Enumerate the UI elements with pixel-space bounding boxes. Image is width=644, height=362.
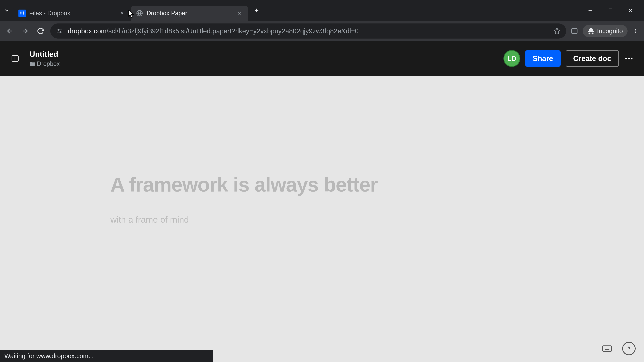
share-button[interactable]: Share bbox=[525, 50, 560, 67]
window-controls bbox=[585, 5, 641, 15]
question-icon bbox=[626, 345, 632, 352]
browser-tab[interactable]: Files - Dropbox bbox=[14, 6, 131, 21]
tabs-dropdown-button[interactable] bbox=[2, 5, 12, 15]
close-icon bbox=[120, 11, 124, 15]
keyboard-icon bbox=[602, 343, 612, 354]
dropbox-favicon bbox=[18, 9, 26, 17]
tab-close-button[interactable] bbox=[118, 9, 126, 17]
sidebar-toggle-button[interactable] bbox=[10, 53, 20, 63]
browser-toolbar: dropbox.com/scl/fi/n3zfj9fyi392l1d8x5ist… bbox=[0, 21, 644, 41]
status-text: Waiting for www.dropbox.com... bbox=[4, 353, 94, 360]
window-maximize-button[interactable] bbox=[606, 5, 616, 15]
create-doc-button[interactable]: Create doc bbox=[566, 50, 619, 67]
url-path: /scl/fi/n3zfj9fyi392l1d8x5ist/Untitled.p… bbox=[106, 27, 358, 35]
dots-horizontal-icon bbox=[624, 54, 634, 63]
back-button[interactable] bbox=[4, 25, 16, 37]
arrow-right-icon bbox=[22, 27, 29, 35]
svg-point-22 bbox=[635, 30, 636, 31]
svg-point-27 bbox=[628, 58, 630, 59]
chrome-menu-button[interactable] bbox=[632, 27, 640, 35]
panel-icon bbox=[571, 27, 578, 35]
url-host: dropbox.com bbox=[68, 27, 106, 35]
maximize-icon bbox=[608, 8, 613, 13]
side-panel-button[interactable] bbox=[570, 27, 578, 35]
svg-point-26 bbox=[626, 58, 627, 59]
minimize-icon bbox=[588, 8, 593, 13]
plus-icon bbox=[254, 7, 260, 13]
forward-button[interactable] bbox=[20, 25, 31, 37]
site-info-button[interactable] bbox=[55, 27, 64, 35]
tune-icon bbox=[56, 28, 63, 34]
reload-icon bbox=[37, 27, 44, 35]
browser-tab-strip: Files - Dropbox Dropbox Paper bbox=[0, 0, 644, 21]
globe-favicon bbox=[136, 9, 143, 17]
user-avatar[interactable]: LD bbox=[504, 50, 520, 67]
status-bar: Waiting for www.dropbox.com... bbox=[0, 350, 213, 362]
help-button[interactable] bbox=[622, 342, 636, 355]
document-body-placeholder[interactable]: with a frame of mind bbox=[110, 215, 446, 225]
svg-point-21 bbox=[635, 29, 636, 30]
breadcrumb[interactable]: Dropbox bbox=[30, 60, 60, 67]
svg-point-28 bbox=[631, 58, 632, 59]
document-meta: Untitled Dropbox bbox=[30, 50, 60, 67]
incognito-icon bbox=[587, 27, 595, 35]
arrow-left-icon bbox=[6, 27, 14, 35]
close-icon bbox=[237, 11, 242, 15]
tab-title: Files - Dropbox bbox=[29, 10, 115, 17]
svg-point-16 bbox=[58, 29, 59, 30]
svg-rect-24 bbox=[12, 56, 18, 61]
svg-rect-29 bbox=[602, 346, 612, 351]
create-doc-label: Create doc bbox=[573, 54, 611, 62]
tab-close-button[interactable] bbox=[236, 9, 243, 17]
star-icon bbox=[553, 27, 561, 35]
keyboard-shortcuts-button[interactable] bbox=[600, 342, 614, 355]
folder-icon bbox=[30, 61, 35, 67]
svg-point-23 bbox=[635, 32, 636, 33]
window-close-button[interactable] bbox=[626, 5, 636, 15]
reload-button[interactable] bbox=[35, 25, 46, 37]
window-minimize-button[interactable] bbox=[585, 5, 595, 15]
address-bar[interactable]: dropbox.com/scl/fi/n3zfj9fyi392l1d8x5ist… bbox=[50, 23, 566, 38]
breadcrumb-folder: Dropbox bbox=[37, 60, 60, 67]
share-label: Share bbox=[533, 54, 553, 62]
bookmark-button[interactable] bbox=[553, 27, 561, 35]
svg-marker-18 bbox=[554, 28, 560, 34]
url-text: dropbox.com/scl/fi/n3zfj9fyi392l1d8x5ist… bbox=[68, 27, 549, 35]
svg-point-17 bbox=[60, 31, 61, 33]
dots-vertical-icon bbox=[633, 28, 639, 34]
incognito-indicator[interactable]: Incognito bbox=[582, 25, 628, 37]
canvas-floating-buttons bbox=[600, 342, 636, 355]
sidebar-icon bbox=[11, 54, 19, 63]
header-actions: LD Share Create doc bbox=[504, 50, 634, 67]
paper-header: Untitled Dropbox LD Share Create doc bbox=[0, 41, 644, 76]
avatar-initials: LD bbox=[508, 55, 516, 62]
tab-title: Dropbox Paper bbox=[146, 10, 232, 17]
document-body[interactable]: A framework is always better with a fram… bbox=[110, 173, 446, 225]
svg-rect-9 bbox=[609, 9, 612, 12]
svg-rect-19 bbox=[572, 28, 577, 33]
close-icon bbox=[628, 8, 633, 13]
document-canvas[interactable]: A framework is always better with a fram… bbox=[0, 76, 644, 362]
document-title[interactable]: Untitled bbox=[30, 50, 60, 59]
document-heading-placeholder[interactable]: A framework is always better bbox=[110, 173, 446, 196]
browser-tab[interactable]: Dropbox Paper bbox=[131, 6, 248, 21]
incognito-label: Incognito bbox=[597, 27, 623, 35]
new-tab-button[interactable] bbox=[252, 5, 262, 15]
chevron-down-icon bbox=[4, 7, 10, 13]
more-button[interactable] bbox=[624, 53, 634, 63]
